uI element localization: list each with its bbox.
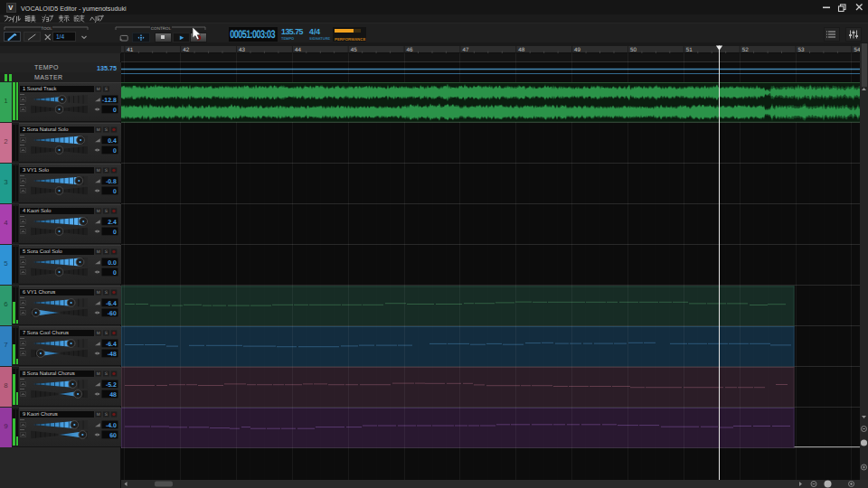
svg-text:-12.8: -12.8 — [102, 98, 117, 104]
svg-text:-6.4: -6.4 — [106, 301, 117, 307]
svg-text:2.4: 2.4 — [108, 220, 117, 226]
svg-text:0: 0 — [113, 148, 117, 155]
svg-text:0: 0 — [113, 189, 117, 195]
svg-text:0.0: 0.0 — [108, 260, 117, 267]
svg-text:-60: -60 — [108, 311, 117, 317]
svg-text:0.4: 0.4 — [108, 138, 117, 145]
svg-text:0: 0 — [113, 230, 117, 236]
svg-text:-0.8: -0.8 — [106, 179, 117, 185]
svg-text:60: 60 — [109, 433, 117, 439]
svg-text:48: 48 — [109, 392, 117, 399]
svg-text:-48: -48 — [108, 352, 117, 358]
svg-text:0: 0 — [113, 270, 117, 277]
svg-text:-5.2: -5.2 — [106, 382, 117, 389]
svg-text:-6.4: -6.4 — [106, 342, 117, 348]
svg-text:-4.0: -4.0 — [106, 423, 117, 429]
svg-text:0: 0 — [113, 108, 117, 114]
